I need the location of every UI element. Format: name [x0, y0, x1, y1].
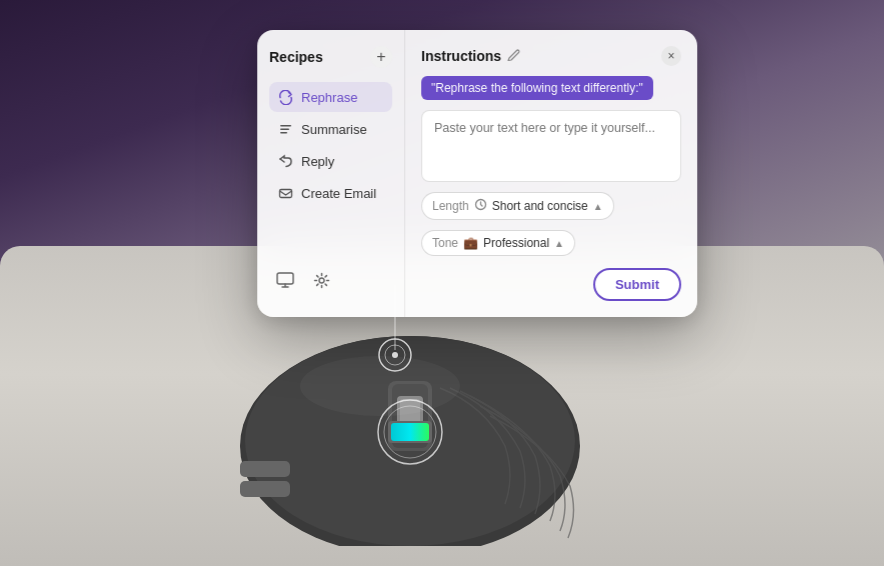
monitor-icon[interactable]: [273, 268, 297, 292]
svg-rect-8: [240, 461, 290, 477]
svg-rect-15: [280, 132, 287, 134]
svg-point-10: [300, 356, 460, 416]
svg-rect-13: [280, 125, 291, 127]
instructions-header: Instructions ×: [421, 46, 681, 66]
briefcase-icon: 💼: [463, 236, 478, 250]
svg-rect-7: [391, 423, 429, 441]
recipe-item-reply[interactable]: Reply: [269, 146, 392, 176]
tone-row: Tone 💼 Professional ▲: [421, 230, 681, 256]
recipes-header: Recipes +: [269, 46, 392, 68]
svg-rect-16: [279, 189, 291, 197]
length-value: Short and concise: [492, 199, 588, 213]
tone-label: Tone: [432, 236, 458, 250]
add-recipe-button[interactable]: +: [370, 46, 392, 68]
summarise-icon: [277, 121, 293, 137]
popup-card: Recipes + Rephrase Summarise: [257, 30, 697, 317]
recipe-item-summarise[interactable]: Summarise: [269, 114, 392, 144]
length-label: Length: [432, 199, 469, 213]
submit-button[interactable]: Submit: [593, 268, 681, 301]
recipe-item-create-email[interactable]: Create Email: [269, 178, 392, 208]
reply-icon: [277, 153, 293, 169]
tone-value: Professional: [483, 236, 549, 250]
recipe-label-email: Create Email: [301, 186, 376, 201]
email-icon: [277, 185, 293, 201]
recipes-footer: [269, 268, 392, 292]
instructions-title: Instructions: [421, 48, 520, 64]
svg-point-18: [319, 278, 324, 283]
recipe-label-rephrase: Rephrase: [301, 90, 357, 105]
recipe-item-rephrase[interactable]: Rephrase: [269, 82, 392, 112]
text-input[interactable]: [421, 110, 681, 182]
close-button[interactable]: ×: [661, 46, 681, 66]
svg-rect-9: [240, 481, 290, 497]
length-option[interactable]: Length Short and concise ▲: [421, 192, 614, 220]
settings-icon[interactable]: [309, 268, 333, 292]
svg-rect-17: [277, 273, 293, 284]
instructions-panel: Instructions × "Rephrase the following t…: [405, 30, 697, 317]
instruction-badge: "Rephrase the following text differently…: [421, 76, 653, 100]
length-chevron-icon: ▲: [593, 201, 603, 212]
edit-icon[interactable]: [507, 48, 520, 64]
tone-option[interactable]: Tone 💼 Professional ▲: [421, 230, 575, 256]
submit-row: Submit: [421, 268, 681, 301]
recipes-title: Recipes: [269, 49, 323, 65]
recipes-panel: Recipes + Rephrase Summarise: [257, 30, 405, 317]
rephrase-icon: [277, 89, 293, 105]
recipe-label-summarise: Summarise: [301, 122, 367, 137]
svg-rect-14: [280, 128, 289, 130]
clock-icon: [474, 198, 487, 214]
length-row: Length Short and concise ▲: [421, 192, 681, 220]
recipe-label-reply: Reply: [301, 154, 334, 169]
tone-chevron-icon: ▲: [554, 238, 564, 249]
